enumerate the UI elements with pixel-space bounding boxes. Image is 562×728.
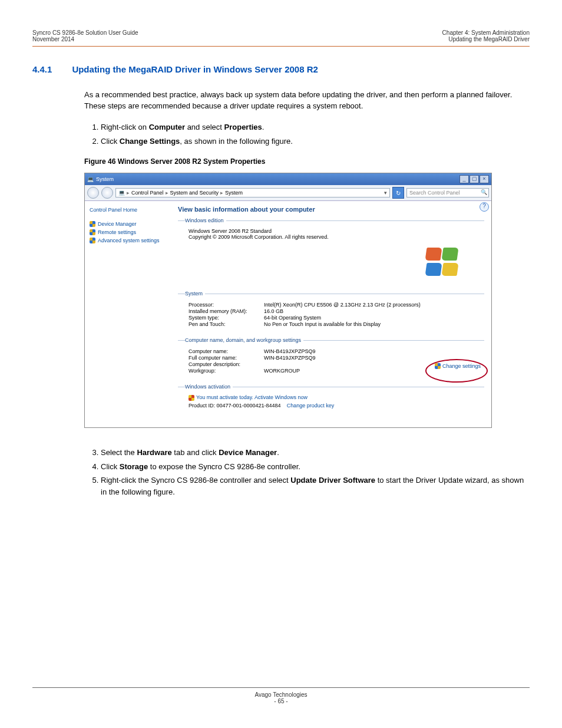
back-button[interactable] — [87, 187, 99, 199]
steps-list-b: Select the Hardware tab and click Device… — [84, 446, 530, 498]
sidebar: Control Panel Home Device Manager Remote… — [85, 201, 171, 427]
ram-value: 16.0 GB — [264, 308, 283, 314]
fullcompname-label: Full computer name: — [189, 355, 259, 361]
activation-warning[interactable]: You must activate today. Activate Window… — [189, 394, 484, 401]
pen-label: Pen and Touch: — [189, 321, 259, 327]
doc-title: Syncro CS 9286-8e Solution User Guide — [32, 29, 138, 36]
activation-group: Windows activation You must activate tod… — [178, 384, 484, 410]
help-icon[interactable]: ? — [480, 202, 489, 212]
shield-icon — [90, 238, 95, 243]
forward-button[interactable] — [101, 187, 113, 199]
header-rule — [32, 46, 530, 47]
product-id: Product ID: 00477-001-0000421-84484 — [189, 403, 281, 409]
step-2: Click Change Settings, as shown in the f… — [101, 134, 530, 149]
window-titlebar[interactable]: 💻 System _▢× — [85, 173, 491, 185]
processor-value: Intel(R) Xeon(R) CPU E5506 @ 2.13GHz 2.1… — [264, 302, 421, 308]
sidebar-item-device-manager[interactable]: Device Manager — [90, 221, 166, 227]
breadcrumb-dropdown-icon[interactable]: ▾ — [384, 190, 387, 196]
ram-label: Installed memory (RAM): — [189, 308, 259, 314]
system-group: System Processor:Intel(R) Xeon(R) CPU E5… — [178, 291, 484, 329]
edition-name: Windows Server 2008 R2 Standard — [189, 228, 484, 234]
section-heading: 4.4.1 Updating the MegaRAID Driver in Wi… — [32, 64, 530, 74]
refresh-button[interactable]: ↻ — [392, 187, 404, 199]
shield-icon — [90, 229, 95, 235]
shield-icon — [90, 221, 95, 227]
section-title: Updating the MegaRAID Driver in Windows … — [72, 64, 318, 74]
step-1: Right-click on Computer and select Prope… — [101, 120, 530, 135]
system-legend: System — [185, 291, 205, 297]
workgroup-value: WORKGROUP — [264, 368, 300, 374]
sidebar-item-remote-settings[interactable]: Remote settings — [90, 229, 166, 235]
main-panel: ? View basic information about your comp… — [171, 201, 491, 427]
figure-caption: Figure 46 Windows Server 2008 R2 System … — [84, 157, 530, 166]
intro-paragraph: As a recommended best practice, always b… — [84, 90, 530, 112]
warning-shield-icon — [189, 395, 194, 401]
footer-company: Avago Technologies — [0, 691, 562, 698]
footer-page: - 65 - — [0, 698, 562, 704]
breadcrumb[interactable]: 💻 ▸ Control Panel ▸ System and Security … — [115, 188, 390, 197]
compname-value: WIN-B419JXPZPSQ9 — [264, 348, 316, 354]
main-title: View basic information about your comput… — [178, 206, 484, 213]
minimize-button[interactable]: _ — [459, 175, 469, 183]
search-input[interactable]: Search Control Panel — [406, 188, 489, 197]
step-3: Select the Hardware tab and click Device… — [101, 446, 530, 460]
compname-label: Computer name: — [189, 348, 259, 354]
cnd-legend: Computer name, domain, and workgroup set… — [185, 337, 303, 343]
edition-legend: Windows edition — [185, 218, 226, 223]
workgroup-label: Workgroup: — [189, 368, 259, 374]
address-row: 💻 ▸ Control Panel ▸ System and Security … — [85, 185, 491, 201]
step-5: Right-click the Syncro CS 9286-8e contro… — [101, 475, 530, 498]
crumb-system[interactable]: System — [225, 190, 243, 196]
annotation-ellipse — [425, 359, 488, 383]
fullcompname-value: WIN-B419JXPZPSQ9 — [264, 355, 316, 361]
windows-edition-group: Windows edition Windows Server 2008 R2 S… — [178, 218, 484, 282]
step-4: Click Storage to expose the Syncro CS 92… — [101, 460, 530, 475]
steps-list-a: Right-click on Computer and select Prope… — [84, 120, 530, 149]
sidebar-home[interactable]: Control Panel Home — [90, 207, 166, 213]
systype-value: 64-bit Operating System — [264, 315, 321, 321]
windows-logo-icon — [425, 247, 467, 282]
pen-value: No Pen or Touch Input is available for t… — [264, 321, 381, 327]
section-number: 4.4.1 — [32, 64, 52, 74]
computer-icon: 💻 — [118, 190, 125, 196]
chapter-label: Chapter 4: System Administration — [442, 29, 530, 36]
window-icon: 💻 — [87, 176, 94, 182]
close-button[interactable]: × — [480, 175, 489, 183]
activation-legend: Windows activation — [185, 384, 233, 390]
window-buttons[interactable]: _▢× — [459, 175, 489, 183]
maximize-button[interactable]: ▢ — [470, 175, 479, 183]
systype-label: System type: — [189, 315, 259, 321]
edition-copyright: Copyright © 2009 Microsoft Corporation. … — [189, 234, 484, 240]
page-header: Syncro CS 9286-8e Solution User Guide No… — [32, 29, 530, 42]
screenshot-system-properties: 💻 System _▢× 💻 ▸ Control Panel ▸ System … — [84, 173, 492, 428]
crumb-system-security[interactable]: System and Security — [170, 190, 219, 196]
section-label: Updating the MegaRAID Driver — [442, 36, 530, 42]
page-footer: Avago Technologies - 65 - — [0, 687, 562, 704]
doc-date: November 2014 — [32, 36, 138, 42]
crumb-control-panel[interactable]: Control Panel — [131, 190, 164, 196]
window-title: System — [96, 176, 114, 182]
sidebar-item-advanced-settings[interactable]: Advanced system settings — [90, 238, 166, 243]
compdesc-label: Computer description: — [189, 361, 259, 367]
processor-label: Processor: — [189, 302, 259, 308]
change-product-key-link[interactable]: Change product key — [287, 403, 335, 409]
